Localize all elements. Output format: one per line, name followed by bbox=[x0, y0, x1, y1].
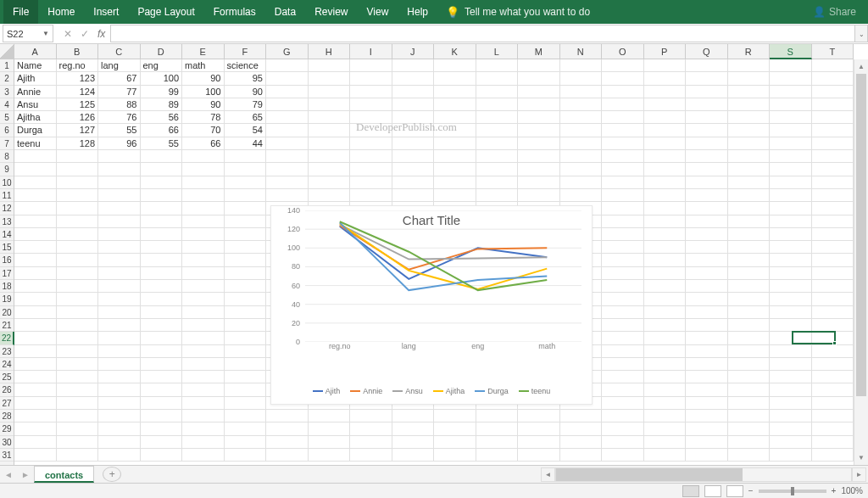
cell-Q7[interactable] bbox=[686, 137, 728, 150]
cell-S31[interactable] bbox=[770, 449, 812, 462]
cell-T5[interactable] bbox=[812, 111, 854, 124]
cell-P28[interactable] bbox=[644, 410, 687, 422]
cell-D10[interactable] bbox=[141, 176, 183, 189]
cell-G4[interactable] bbox=[266, 98, 309, 111]
cell-S4[interactable] bbox=[770, 98, 812, 111]
cell-K1[interactable] bbox=[434, 59, 476, 72]
cell-C10[interactable] bbox=[98, 176, 141, 189]
cell-B16[interactable] bbox=[57, 254, 99, 266]
cell-D17[interactable] bbox=[141, 267, 183, 280]
row-header-5[interactable]: 5 bbox=[0, 111, 14, 124]
cell-A6[interactable]: Durga bbox=[14, 124, 57, 137]
cell-J31[interactable] bbox=[392, 449, 435, 462]
cell-R2[interactable] bbox=[728, 72, 771, 85]
cell-R17[interactable] bbox=[728, 267, 771, 280]
cell-I9[interactable] bbox=[350, 163, 392, 176]
cell-I30[interactable] bbox=[350, 436, 392, 449]
cell-E16[interactable] bbox=[182, 254, 225, 266]
cell-Q28[interactable] bbox=[686, 410, 728, 422]
cell-E28[interactable] bbox=[182, 410, 225, 422]
cell-O1[interactable] bbox=[602, 59, 644, 72]
cell-S5[interactable] bbox=[770, 111, 812, 124]
cell-A3[interactable]: Annie bbox=[14, 86, 57, 98]
cell-E3[interactable]: 100 bbox=[182, 86, 225, 98]
cell-R16[interactable] bbox=[728, 254, 771, 266]
cell-C23[interactable] bbox=[98, 345, 141, 358]
cell-D7[interactable]: 55 bbox=[141, 137, 183, 150]
cell-L8[interactable] bbox=[476, 150, 519, 163]
cell-M8[interactable] bbox=[518, 150, 560, 163]
cell-A20[interactable] bbox=[14, 306, 57, 319]
cell-S6[interactable] bbox=[770, 124, 812, 137]
col-header-K[interactable]: K bbox=[434, 44, 476, 59]
cell-E9[interactable] bbox=[182, 163, 225, 176]
cell-K9[interactable] bbox=[434, 163, 476, 176]
cell-D9[interactable] bbox=[141, 163, 183, 176]
scroll-thumb[interactable] bbox=[856, 74, 866, 396]
cell-G7[interactable] bbox=[266, 137, 309, 150]
cell-O16[interactable] bbox=[602, 254, 644, 266]
enter-icon[interactable]: ✓ bbox=[81, 28, 89, 40]
column-headers[interactable]: ABCDEFGHIJKLMNOPQRST bbox=[14, 44, 854, 59]
page-layout-view-button[interactable] bbox=[704, 485, 721, 497]
cell-K5[interactable] bbox=[434, 111, 476, 124]
cell-P25[interactable] bbox=[644, 371, 687, 383]
cell-D25[interactable] bbox=[141, 371, 183, 383]
cell-Q15[interactable] bbox=[686, 241, 728, 254]
cell-D15[interactable] bbox=[141, 241, 183, 254]
cell-O4[interactable] bbox=[602, 98, 644, 111]
cell-T18[interactable] bbox=[812, 280, 854, 293]
cell-P14[interactable] bbox=[644, 228, 687, 241]
cell-S14[interactable] bbox=[770, 228, 812, 241]
cell-D18[interactable] bbox=[141, 280, 183, 293]
cell-T27[interactable] bbox=[812, 397, 854, 410]
cell-S1[interactable] bbox=[770, 59, 812, 72]
cell-P11[interactable] bbox=[644, 189, 687, 202]
cell-D23[interactable] bbox=[141, 345, 183, 358]
cell-S29[interactable] bbox=[770, 422, 812, 435]
cell-N9[interactable] bbox=[560, 163, 603, 176]
cell-N2[interactable] bbox=[560, 72, 603, 85]
cell-S13[interactable] bbox=[770, 215, 812, 228]
cell-D30[interactable] bbox=[141, 436, 183, 449]
cell-A17[interactable] bbox=[14, 267, 57, 280]
cell-G3[interactable] bbox=[266, 86, 309, 98]
cell-E6[interactable]: 70 bbox=[182, 124, 225, 137]
cell-B19[interactable] bbox=[57, 293, 99, 305]
cell-R27[interactable] bbox=[728, 397, 771, 410]
cell-G8[interactable] bbox=[266, 150, 309, 163]
cell-B11[interactable] bbox=[57, 189, 99, 202]
cell-Q8[interactable] bbox=[686, 150, 728, 163]
cell-O15[interactable] bbox=[602, 241, 644, 254]
row-header-13[interactable]: 13 bbox=[0, 215, 14, 228]
row-header-31[interactable]: 31 bbox=[0, 449, 14, 462]
cell-C27[interactable] bbox=[98, 397, 141, 410]
cell-O19[interactable] bbox=[602, 293, 644, 305]
cell-S19[interactable] bbox=[770, 293, 812, 305]
cell-Q4[interactable] bbox=[686, 98, 728, 111]
scroll-up-icon[interactable]: ▲ bbox=[854, 59, 868, 74]
cell-F31[interactable] bbox=[225, 449, 267, 462]
cell-B4[interactable]: 125 bbox=[57, 98, 99, 111]
cell-Q26[interactable] bbox=[686, 383, 728, 396]
cell-A4[interactable]: Ansu bbox=[14, 98, 57, 111]
cell-S10[interactable] bbox=[770, 176, 812, 189]
cell-D29[interactable] bbox=[141, 422, 183, 435]
cell-C16[interactable] bbox=[98, 254, 141, 266]
cell-O5[interactable] bbox=[602, 111, 644, 124]
cell-O20[interactable] bbox=[602, 306, 644, 319]
cell-M11[interactable] bbox=[518, 189, 560, 202]
cell-R9[interactable] bbox=[728, 163, 771, 176]
cell-I8[interactable] bbox=[350, 150, 392, 163]
cell-R5[interactable] bbox=[728, 111, 771, 124]
cell-F14[interactable] bbox=[225, 228, 267, 241]
cell-L29[interactable] bbox=[476, 422, 519, 435]
cell-C9[interactable] bbox=[98, 163, 141, 176]
cell-R14[interactable] bbox=[728, 228, 771, 241]
cell-F11[interactable] bbox=[225, 189, 267, 202]
cell-Q11[interactable] bbox=[686, 189, 728, 202]
cell-Q12[interactable] bbox=[686, 202, 728, 215]
chevron-down-icon[interactable]: ▼ bbox=[42, 30, 49, 37]
cell-L11[interactable] bbox=[476, 189, 519, 202]
cell-D6[interactable]: 66 bbox=[141, 124, 183, 137]
